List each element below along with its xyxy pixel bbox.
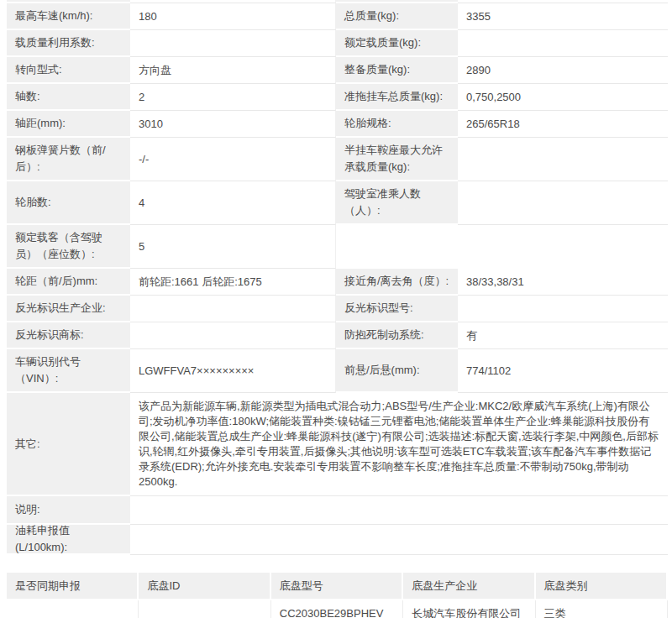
- spec-label-approach-angle: 接近角/离去角（度）:: [336, 269, 458, 296]
- chassis-header-maker: 底盘生产企业: [403, 573, 535, 600]
- spec-label-leaf-springs: 钢板弹簧片数（前/后）:: [7, 138, 130, 181]
- table-row: 轮胎数: 4 驾驶室准乘人数（人）:: [7, 181, 668, 225]
- spec-label-wheelbase: 轴距(mm):: [7, 111, 130, 138]
- table-row: 最高车速(km/h): 180 总质量(kg): 3355: [7, 3, 668, 30]
- spec-label-reflector-brand: 反光标识商标:: [7, 322, 130, 349]
- spec-value-saddle-load: [458, 138, 668, 181]
- spec-label-remarks: 说明:: [7, 496, 130, 525]
- table-row: 轴距(mm): 3010 轮胎规格: 265/65R18: [7, 111, 668, 138]
- spec-blank-cell: [336, 225, 458, 269]
- spec-label-fuel-declare: 油耗申报值(L/100km):: [7, 525, 130, 555]
- spec-value-trailer-mass: 0,750,2500: [458, 84, 668, 111]
- spec-label-trailer-mass: 准拖挂车总质量(kg):: [336, 84, 458, 111]
- spec-value-reflector-model: [458, 296, 668, 322]
- spec-label-axles: 轴数:: [7, 84, 130, 111]
- chassis-header-category: 底盘类别: [536, 573, 668, 600]
- spec-value-curb-weight: 2890: [458, 57, 668, 84]
- vehicle-spec-table: 最高车速(km/h): 180 总质量(kg): 3355 载质量利用系数: 额…: [7, 0, 668, 555]
- spec-label-reflector-maker: 反光标识生产企业:: [7, 296, 130, 322]
- spec-value-steering: 方向盘: [130, 57, 336, 84]
- spec-value-approach-angle: 38/33,38/31: [458, 269, 668, 296]
- spec-value-rated-load: [458, 30, 668, 57]
- table-row: 钢板弹簧片数（前/后）: -/- 半挂车鞍座最大允许承载质量(kg):: [7, 138, 668, 181]
- spec-value-reflector-maker: [130, 296, 336, 322]
- spec-value-overhang: 774/1102: [458, 349, 668, 393]
- spec-value-leaf-springs: -/-: [130, 138, 336, 181]
- spec-label-track-width: 轮距（前/后)mm:: [7, 269, 130, 296]
- table-row: 转向型式: 方向盘 整备质量(kg): 2890: [7, 57, 668, 84]
- spec-value-total-mass: 3355: [458, 3, 668, 30]
- spec-label-load-factor: 载质量利用系数:: [7, 30, 130, 57]
- table-row: 轮距（前/后)mm: 前轮距:1661 后轮距:1675 接近角/离去角（度）:…: [7, 269, 668, 296]
- spec-label-steering: 转向型式:: [7, 57, 130, 84]
- spec-label-vin: 车辆识别代号（VIN）:: [7, 349, 130, 393]
- chassis-cell-same-period: [7, 600, 139, 618]
- spec-label-curb-weight: 整备质量(kg):: [336, 57, 458, 84]
- spec-value-tire-spec: 265/65R18: [458, 111, 668, 138]
- table-row: 轴数: 2 准拖挂车总质量(kg): 0,750,2500: [7, 84, 668, 111]
- chassis-header-model: 底盘型号: [271, 573, 403, 600]
- chassis-cell-model: CC2030BE29BPHEV: [271, 600, 403, 618]
- table-row: 车辆识别代号（VIN）: LGWFFVA7××××××××× 前悬/后悬(mm)…: [7, 349, 668, 393]
- chassis-header-id: 底盘ID: [139, 573, 270, 600]
- table-row-fuel-declare: 油耗申报值(L/100km):: [7, 525, 668, 555]
- table-row-other: 其它: 该产品为新能源车辆,新能源类型为插电式混合动力;ABS型号/生产企业:M…: [7, 393, 668, 496]
- spec-value-wheelbase: 3010: [130, 111, 336, 138]
- spec-value-max-speed: 180: [130, 3, 336, 30]
- spec-label-tire-count: 轮胎数:: [7, 181, 130, 225]
- table-row: 反光标识商标: 防抱死制动系统: 有: [7, 322, 668, 349]
- spec-value-reflector-brand: [130, 322, 336, 349]
- chassis-table: 是否同期申报 底盘ID 底盘型号 底盘生产企业 底盘类别 CC2030BE29B…: [7, 573, 668, 618]
- spec-label-rated-load: 额定载质量(kg):: [336, 30, 458, 57]
- spec-value-abs: 有: [458, 322, 668, 349]
- table-row: 额定载客（含驾驶员）（座位数）: 5: [7, 225, 668, 269]
- spec-value-track-width: 前轮距:1661 后轮距:1675: [130, 269, 336, 296]
- spec-label-overhang: 前悬/后悬(mm):: [336, 349, 458, 393]
- spec-label-other: 其它:: [7, 393, 130, 496]
- chassis-cell-id: [139, 600, 270, 618]
- spec-label-tire-spec: 轮胎规格:: [336, 111, 458, 138]
- spec-value-remarks: [130, 496, 668, 525]
- spec-value-cab-passengers: [458, 181, 668, 225]
- spec-label-saddle-load: 半挂车鞍座最大允许承载质量(kg):: [336, 138, 458, 181]
- spec-value-tire-count: 4: [130, 181, 336, 225]
- spec-label-seats: 额定载客（含驾驶员）（座位数）:: [7, 225, 130, 269]
- chassis-cell-category: 三类: [536, 600, 668, 618]
- spec-label-abs: 防抱死制动系统:: [336, 322, 458, 349]
- spec-value-vin: LGWFFVA7×××××××××: [130, 349, 336, 393]
- chassis-header-same-period: 是否同期申报: [7, 573, 139, 600]
- spec-label-cab-passengers: 驾驶室准乘人数（人）:: [336, 181, 458, 225]
- spec-blank-cell: [458, 225, 668, 269]
- table-row: 反光标识生产企业: 反光标识型号:: [7, 296, 668, 322]
- spec-label-max-speed: 最高车速(km/h):: [7, 3, 130, 30]
- spec-value-load-factor: [130, 30, 336, 57]
- chassis-cell-maker: 长城汽车股份有限公司: [403, 600, 535, 618]
- spec-value-seats: 5: [130, 225, 336, 269]
- spec-value-other: 该产品为新能源车辆,新能源类型为插电式混合动力;ABS型号/生产企业:MKC2/…: [130, 393, 668, 496]
- spec-value-axles: 2: [130, 84, 336, 111]
- spec-label-total-mass: 总质量(kg):: [336, 3, 458, 30]
- spec-value-fuel-declare: [130, 525, 668, 555]
- spec-label-reflector-model: 反光标识型号:: [336, 296, 458, 322]
- table-row-remarks: 说明:: [7, 496, 668, 525]
- table-row: 载质量利用系数: 额定载质量(kg):: [7, 30, 668, 57]
